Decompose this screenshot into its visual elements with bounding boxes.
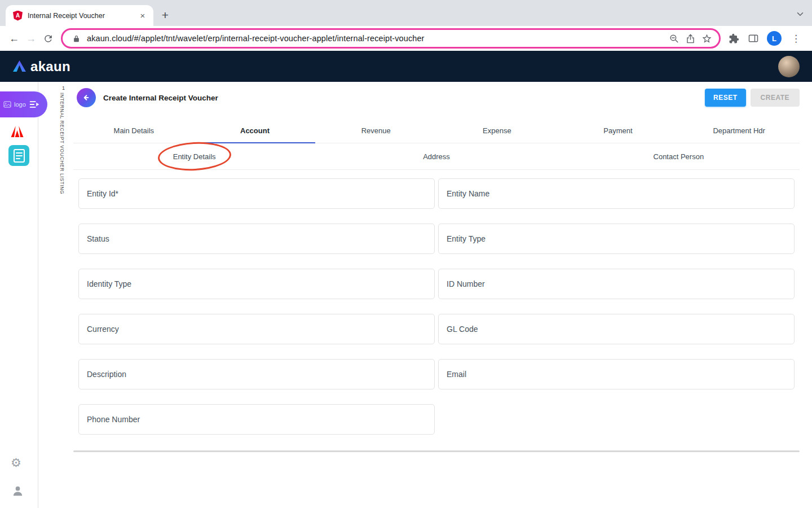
phone-number-field[interactable]: Phone Number (78, 404, 435, 435)
entity-name-label: Entity Name (447, 189, 489, 198)
page-actions: RESET CREATE (705, 89, 800, 107)
id-number-label: ID Number (447, 279, 485, 288)
entity-type-field[interactable]: Entity Type (438, 224, 795, 254)
angular-favicon-icon: A (13, 11, 23, 21)
subtab-entity-details[interactable]: Entity Details (73, 143, 315, 169)
phone-number-label: Phone Number (87, 415, 140, 424)
reset-button[interactable]: RESET (705, 89, 746, 107)
url-bar[interactable]: akaun.cloud/#/applet/tnt/wavelet/erp/int… (61, 28, 721, 49)
browser-profile-avatar[interactable]: L (767, 31, 782, 46)
forward-icon[interactable]: → (23, 30, 39, 47)
description-label: Description (87, 370, 126, 379)
currency-field[interactable]: Currency (78, 314, 435, 344)
logo-alt-text: logo (14, 101, 26, 108)
broken-image-icon (3, 101, 11, 108)
page-title: Create Internal Receipt Voucher (103, 94, 218, 102)
entity-details-form: Entity Id* Entity Name Status Entity Typ… (78, 178, 795, 435)
gl-code-field[interactable]: GL Code (438, 314, 795, 344)
status-field[interactable]: Status (78, 224, 435, 254)
tab-department-hdr[interactable]: Department Hdr (678, 120, 800, 143)
back-button[interactable] (77, 88, 96, 107)
email-label: Email (447, 370, 466, 379)
gl-code-label: GL Code (447, 325, 478, 334)
reload-icon[interactable] (39, 30, 56, 47)
currency-label: Currency (87, 325, 119, 334)
collapse-menu-icon (29, 99, 40, 110)
horizontal-scrollbar[interactable] (73, 450, 800, 452)
entity-id-field[interactable]: Entity Id* (78, 178, 435, 209)
description-field[interactable]: Description (78, 359, 435, 389)
tab-close-icon[interactable]: × (138, 11, 148, 21)
share-icon[interactable] (685, 33, 696, 44)
main-area: logo (0, 82, 812, 508)
subtab-address[interactable]: Address (315, 143, 557, 169)
tab-main-details[interactable]: Main Details (73, 120, 195, 143)
subtab-contact-person[interactable]: Contact Person (558, 143, 800, 169)
bookmark-star-icon[interactable] (701, 33, 712, 44)
browser-menu-icon[interactable]: ⋮ (789, 33, 803, 45)
listing-index: 1 (62, 85, 65, 91)
browser-window: A Internal Receipt Voucher × + ← → akaun… (0, 0, 812, 508)
akaun-logo: akaun (12, 59, 70, 75)
profile-person-icon[interactable] (11, 484, 24, 497)
brand-text: akaun (30, 59, 70, 75)
zoom-out-icon[interactable] (668, 33, 679, 44)
extensions-puzzle-icon[interactable] (727, 32, 740, 45)
document-list-icon (9, 146, 29, 166)
listing-vertical-label: INTERNAL RECEIPT VOUCHER LISTING (59, 93, 65, 194)
entity-name-field[interactable]: Entity Name (438, 178, 795, 209)
url-text[interactable]: akaun.cloud/#/applet/tnt/wavelet/erp/int… (87, 34, 663, 43)
akaun-triangle-icon (12, 60, 27, 73)
sidebar-menu-toggle[interactable]: logo (0, 91, 47, 117)
email-field[interactable]: Email (438, 359, 795, 389)
entity-type-label: Entity Type (447, 234, 486, 243)
browser-toolbar: ← → akaun.cloud/#/applet/tnt/wavelet/erp… (0, 26, 812, 51)
tab-payment[interactable]: Payment (558, 120, 679, 143)
back-arrow-icon (81, 92, 92, 103)
app-header: akaun (0, 51, 812, 82)
browser-tab[interactable]: A Internal Receipt Voucher × (6, 5, 153, 26)
create-button[interactable]: CREATE (751, 89, 800, 107)
tab-title: Internal Receipt Voucher (28, 12, 133, 20)
lock-icon (70, 33, 82, 44)
browser-actions: L ⋮ (725, 31, 806, 46)
sidebar-item-adobe-export[interactable] (10, 125, 24, 138)
identity-type-field[interactable]: Identity Type (78, 269, 435, 299)
app-sidebar: logo (0, 82, 38, 508)
subtab-entity-details-label: Entity Details (173, 152, 216, 161)
user-avatar[interactable] (778, 56, 800, 77)
page-title-row: Create Internal Receipt Voucher RESET CR… (73, 86, 800, 109)
adobe-icon (10, 125, 24, 138)
tab-expense[interactable]: Expense (436, 120, 558, 143)
settings-gear-icon[interactable]: ⚙ (11, 456, 21, 470)
tab-account[interactable]: Account (195, 120, 316, 143)
identity-type-label: Identity Type (87, 279, 131, 288)
page-content: Create Internal Receipt Voucher RESET CR… (73, 82, 812, 508)
back-icon[interactable]: ← (6, 30, 23, 47)
id-number-field[interactable]: ID Number (438, 269, 795, 299)
browser-tab-strip: A Internal Receipt Voucher × + (0, 0, 812, 26)
form-tabs: Main Details Account Revenue Expense Pay… (73, 120, 800, 143)
tab-search-chevron-icon[interactable] (795, 9, 805, 19)
entity-id-label: Entity Id* (87, 189, 118, 198)
sidebar-item-voucher-listing[interactable] (8, 145, 29, 166)
tab-revenue[interactable]: Revenue (315, 120, 436, 143)
form-subtabs: Entity Details Address Contact Person (73, 143, 800, 170)
new-tab-button[interactable]: + (157, 7, 174, 24)
status-label: Status (87, 234, 109, 243)
side-panel-icon[interactable] (747, 32, 760, 45)
listing-strip: 1 INTERNAL RECEIPT VOUCHER LISTING (38, 82, 73, 508)
